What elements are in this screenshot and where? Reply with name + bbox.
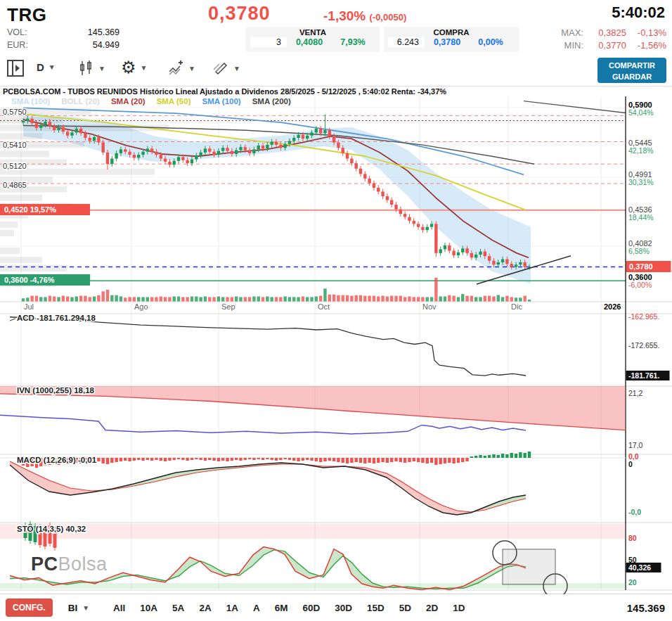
price-chart-canvas[interactable]: JulAgoSepOctNovDic20260,57500,54100,5120… (0, 87, 672, 595)
legend-item[interactable]: SMA (20) (111, 97, 146, 105)
svg-text:Sep: Sep (221, 302, 235, 311)
svg-text:IVN (1000,255) 18,18: IVN (1000,255) 18,18 (17, 386, 95, 395)
ask-header: VENTA (250, 28, 375, 37)
chevron-down-icon: ▼ (233, 65, 240, 72)
svg-text:0,3780: 0,3780 (629, 262, 653, 271)
bid-box: COMPRA 6.243 0,3780 0,00% (384, 27, 519, 52)
svg-text:ACD -181.761.294,18: ACD -181.761.294,18 (17, 314, 96, 322)
save-label: GUARDAR (597, 72, 666, 83)
range-button-6M[interactable]: 6M (275, 603, 288, 613)
svg-text:Dic: Dic (511, 302, 522, 311)
range-button-30D[interactable]: 30D (335, 603, 352, 613)
chart-type-button[interactable]: ▼ (79, 60, 105, 77)
min-value: 0,3770 (590, 40, 626, 51)
bid-header: COMPRA (388, 28, 515, 37)
range-button-1D[interactable]: 1D (453, 603, 465, 613)
legend-item[interactable]: SMA (100) (11, 97, 50, 105)
volume-row: VOL: 145.369 (7, 27, 119, 37)
ticker-symbol: TRG (7, 4, 46, 26)
share-label: COMPARTIR (597, 60, 666, 72)
chart-title: PCBOLSA.COM - TUBOS REUNIDOS Histórico L… (3, 87, 446, 96)
svg-text:2026: 2026 (604, 302, 621, 311)
change-absolute: (-0,0050) (369, 12, 406, 23)
svg-text:40,326: 40,326 (628, 563, 651, 572)
range-button-60D[interactable]: 60D (302, 603, 320, 613)
bottom-volume-value: 145.369 (627, 602, 665, 614)
quote-time: 5:40:02 (612, 4, 665, 22)
add-indicator-button[interactable]: ▼ (167, 60, 195, 77)
legend-item[interactable]: SMA (50) (157, 97, 191, 105)
range-button-2A[interactable]: 2A (199, 603, 211, 613)
price-change: -1,30% (-0,0050) (323, 8, 406, 24)
chevron-down-icon: ▼ (141, 64, 148, 72)
min-label: MIN: (564, 40, 583, 51)
timeframe-select[interactable]: D ▼ (37, 61, 56, 73)
range-button-A[interactable]: A (253, 603, 260, 613)
watermark-light: Bolsa (58, 553, 108, 575)
legend-item[interactable]: SMA (200) (252, 97, 291, 105)
eur-row: EUR: 54.949 (7, 40, 119, 50)
svg-text:0: 0 (628, 460, 633, 468)
svg-text:-162.965.: -162.965. (628, 312, 659, 321)
ask-percent: 7,93% (332, 37, 374, 47)
index-value: BI (68, 603, 78, 613)
svg-text:6,58%: 6,58% (628, 247, 650, 255)
panel-toggle-button[interactable] (7, 59, 24, 77)
range-button-10A[interactable]: 10A (140, 603, 157, 613)
svg-text:MACD (12,26,9) -0,01: MACD (12,26,9) -0,01 (17, 456, 97, 464)
svg-text:0,5120: 0,5120 (3, 162, 27, 170)
index-select[interactable]: BI ▼ (68, 603, 89, 613)
candlestick-icon (79, 60, 94, 77)
svg-text:Oct: Oct (318, 302, 330, 311)
range-button-5A[interactable]: 5A (172, 603, 184, 613)
share-save-button[interactable]: COMPARTIR GUARDAR (597, 58, 666, 83)
indicator-legend: SMA (100)BOLL (20)SMA (20)SMA (50)SMA (1… (11, 97, 291, 105)
range-button-15D[interactable]: 15D (367, 603, 385, 613)
range-button-All[interactable]: All (113, 603, 125, 613)
eur-label: EUR: (7, 40, 38, 50)
svg-text:21,2: 21,2 (628, 389, 643, 397)
range-button-1A[interactable]: 1A (226, 603, 238, 613)
bid-percent: 0,00% (470, 37, 512, 47)
svg-text:0,4520 19,57%: 0,4520 19,57% (4, 205, 56, 214)
gear-icon: ⚙ (121, 58, 136, 77)
svg-text:-181.761.: -181.761. (628, 371, 659, 380)
svg-text:42,18%: 42,18% (628, 146, 654, 155)
ask-box: VENTA 3 0,4080 7,93% (246, 27, 380, 52)
chevron-down-icon: ▼ (188, 65, 195, 72)
draw-tools-button[interactable]: ▼ (212, 60, 240, 77)
bid-price: 0,3780 (425, 37, 470, 47)
ask-price: 0,4080 (287, 37, 332, 47)
svg-text:20: 20 (628, 578, 637, 587)
settings-button[interactable]: ⚙ ▼ (121, 58, 147, 77)
ask-quantity: 3 (250, 37, 287, 47)
min-percent: -1,56% (633, 40, 666, 51)
svg-text:0,5750: 0,5750 (3, 108, 27, 116)
chart-area: JulAgoSepOctNovDic20260,57500,54100,5120… (0, 86, 672, 594)
range-button-2D[interactable]: 2D (426, 603, 438, 613)
last-price: 0,3780 (208, 3, 271, 25)
svg-text:0,5410: 0,5410 (3, 141, 27, 149)
bid-quantity: 6.243 (388, 37, 425, 47)
svg-text:-6,00%: -6,00% (628, 281, 652, 289)
range-button-5D[interactable]: 5D (399, 603, 411, 613)
svg-text:0,4865: 0,4865 (3, 181, 27, 189)
timeframe-value: D (37, 61, 44, 73)
vol-label: VOL: (7, 27, 38, 37)
svg-text:-0,0: -0,0 (628, 508, 641, 516)
config-button[interactable]: CONFG. (6, 598, 53, 617)
eur-value: 54.949 (38, 40, 119, 50)
svg-text:30,31%: 30,31% (628, 178, 654, 186)
watermark-bold: PC (31, 553, 58, 575)
svg-text:0,3600 -4,76%: 0,3600 -4,76% (4, 276, 55, 284)
legend-item[interactable]: SMA (100) (202, 97, 240, 105)
quote-header: TRG VOL: 145.369 EUR: 54.949 0,3780 -1,3… (0, 0, 672, 56)
range-bar: CONFG. BI ▼ All10A5A2A1AA6M60D30D15D5D2D… (0, 594, 672, 621)
svg-text:Ago: Ago (134, 302, 148, 311)
svg-text:Jul: Jul (24, 302, 34, 311)
vol-value: 145.369 (38, 27, 119, 37)
svg-text:-172.655.: -172.655. (628, 341, 659, 350)
svg-text:STO (14,3,5) 40,32: STO (14,3,5) 40,32 (17, 525, 86, 533)
legend-item[interactable]: BOLL (20) (61, 97, 100, 105)
pcbolsa-watermark: PCBolsa (31, 553, 108, 575)
